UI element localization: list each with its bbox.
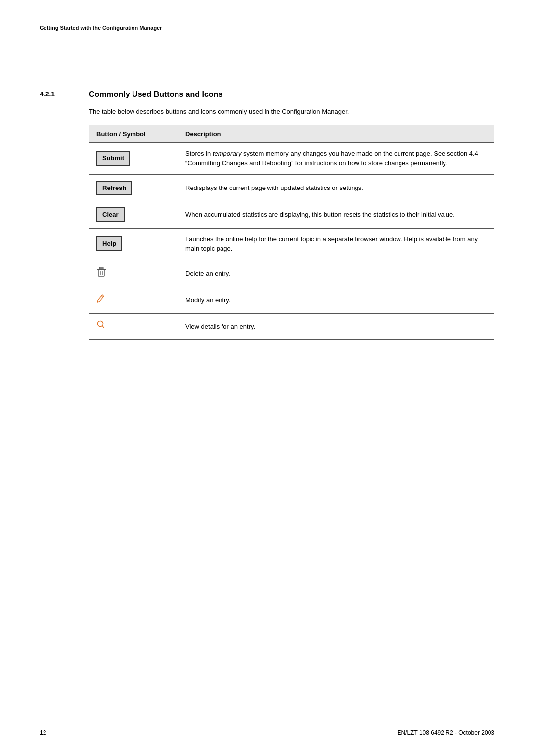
svg-line-7 <box>102 326 104 328</box>
view-icon <box>96 322 105 331</box>
section-title: Commonly Used Buttons and Icons <box>89 90 222 99</box>
help-description: Launches the online help for the current… <box>185 236 478 253</box>
doc-ref: EN/LZT 108 6492 R2 - October 2003 <box>397 729 494 736</box>
section-header: 4.2.1 Commonly Used Buttons and Icons <box>40 90 494 99</box>
table-row: Refresh Redisplays the current page with… <box>89 174 494 201</box>
description-cell-trash: Delete an entry. <box>178 260 494 287</box>
svg-rect-4 <box>99 267 103 269</box>
description-cell-view: View details for an entry. <box>178 313 494 339</box>
buttons-icons-table: Button / Symbol Description Submit Store… <box>89 125 494 340</box>
clear-button[interactable]: Clear <box>96 207 125 222</box>
table-header-row: Button / Symbol Description <box>89 125 494 142</box>
table-row: Modify an entry. <box>89 287 494 313</box>
symbol-cell-submit: Submit <box>89 142 178 174</box>
symbol-cell-clear: Clear <box>89 201 178 229</box>
svg-line-5 <box>101 296 103 297</box>
symbol-cell-view <box>89 313 178 339</box>
col-header-symbol: Button / Symbol <box>89 125 178 142</box>
clear-description: When accumulated statistics are displayi… <box>185 211 455 218</box>
section-body: The table below describes buttons and ic… <box>40 107 494 340</box>
symbol-cell-edit <box>89 287 178 313</box>
table-row: Clear When accumulated statistics are di… <box>89 201 494 229</box>
symbol-cell-trash <box>89 260 178 287</box>
submit-button[interactable]: Submit <box>96 151 130 166</box>
symbol-cell-help: Help <box>89 228 178 260</box>
refresh-description: Redisplays the current page with updated… <box>185 184 363 191</box>
view-description: View details for an entry. <box>185 323 255 330</box>
table-row: Submit Stores in temporary system memory… <box>89 142 494 174</box>
table-row: Delete an entry. <box>89 260 494 287</box>
section-number: 4.2.1 <box>40 90 89 98</box>
description-cell-edit: Modify an entry. <box>178 287 494 313</box>
symbol-cell-refresh: Refresh <box>89 174 178 201</box>
description-cell-refresh: Redisplays the current page with updated… <box>178 174 494 201</box>
edit-icon <box>96 295 105 305</box>
edit-description: Modify an entry. <box>185 296 231 304</box>
description-cell-clear: When accumulated statistics are displayi… <box>178 201 494 229</box>
page-container: Getting Started with the Configuration M… <box>0 0 534 756</box>
help-button[interactable]: Help <box>96 236 122 251</box>
description-cell-submit: Stores in temporary system memory any ch… <box>178 142 494 174</box>
svg-rect-1 <box>98 270 104 276</box>
refresh-button[interactable]: Refresh <box>96 181 132 195</box>
page-header: Getting Started with the Configuration M… <box>40 25 494 31</box>
svg-point-6 <box>98 321 103 326</box>
table-row: View details for an entry. <box>89 313 494 339</box>
section-4-2-1: 4.2.1 Commonly Used Buttons and Icons Th… <box>40 90 494 340</box>
section-intro: The table below describes buttons and ic… <box>89 107 494 117</box>
table-row: Help Launches the online help for the cu… <box>89 228 494 260</box>
page-footer: 12 EN/LZT 108 6492 R2 - October 2003 <box>40 729 494 736</box>
page-number: 12 <box>40 729 46 736</box>
trash-description: Delete an entry. <box>185 270 230 277</box>
header-text: Getting Started with the Configuration M… <box>40 25 162 31</box>
description-cell-help: Launches the online help for the current… <box>178 228 494 260</box>
trash-icon <box>96 269 106 279</box>
col-header-description: Description <box>178 125 494 142</box>
